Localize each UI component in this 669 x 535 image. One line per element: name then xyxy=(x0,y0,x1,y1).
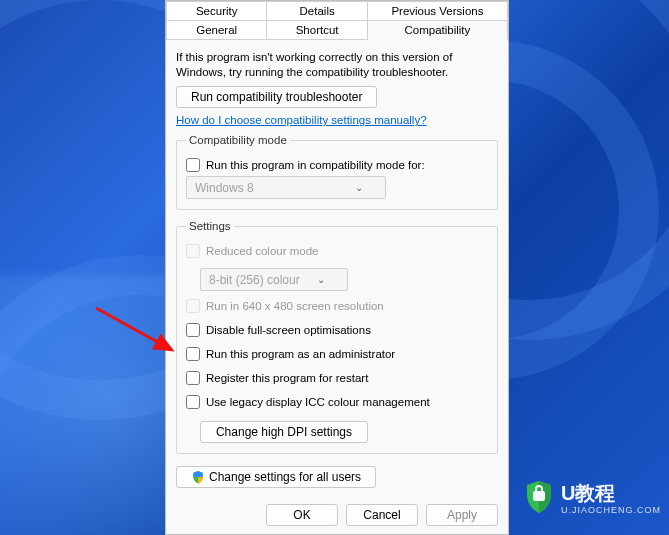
watermark-sub: U.JIAOCHENG.COM xyxy=(561,505,661,515)
group-legend: Settings xyxy=(186,220,234,232)
group-legend: Compatibility mode xyxy=(186,134,290,146)
properties-dialog: Security Details Previous Versions Gener… xyxy=(165,0,509,535)
tab-previous-versions[interactable]: Previous Versions xyxy=(368,1,508,21)
cancel-button[interactable]: Cancel xyxy=(346,504,418,526)
desktop-background: Security Details Previous Versions Gener… xyxy=(0,0,669,535)
apply-button[interactable]: Apply xyxy=(426,504,498,526)
chevron-down-icon: ⌄ xyxy=(355,182,363,193)
legacy-icc-checkbox[interactable]: Use legacy display ICC colour management xyxy=(186,395,488,409)
dialog-footer: OK Cancel Apply xyxy=(266,504,498,526)
tab-shortcut[interactable]: Shortcut xyxy=(267,21,367,40)
register-restart-input[interactable] xyxy=(186,371,200,385)
tab-details[interactable]: Details xyxy=(267,1,367,21)
run-640-checkbox[interactable]: Run in 640 x 480 screen resolution xyxy=(186,299,488,313)
disable-fullscreen-input[interactable] xyxy=(186,323,200,337)
watermark: U教程 U.JIAOCHENG.COM xyxy=(523,479,661,515)
disable-fullscreen-checkbox[interactable]: Disable full-screen optimisations xyxy=(186,323,488,337)
register-restart-checkbox[interactable]: Register this program for restart xyxy=(186,371,488,385)
run-as-admin-input[interactable] xyxy=(186,347,200,361)
reduced-colour-input xyxy=(186,244,200,258)
run-troubleshooter-button[interactable]: Run compatibility troubleshooter xyxy=(176,86,377,108)
manual-settings-link[interactable]: How do I choose compatibility settings m… xyxy=(176,114,427,126)
tab-strip: Security Details Previous Versions Gener… xyxy=(166,1,508,40)
svg-rect-1 xyxy=(533,491,545,501)
colour-depth-select: 8-bit (256) colour ⌄ xyxy=(200,268,348,291)
chevron-down-icon: ⌄ xyxy=(317,274,325,285)
run-as-admin-checkbox[interactable]: Run this program as an administrator xyxy=(186,347,488,361)
change-dpi-button[interactable]: Change high DPI settings xyxy=(200,421,368,443)
settings-group: Settings Reduced colour mode 8-bit (256)… xyxy=(176,220,498,454)
tab-general[interactable]: General xyxy=(166,21,267,40)
watermark-shield-icon xyxy=(523,479,555,515)
compatibility-mode-group: Compatibility mode Run this program in c… xyxy=(176,134,498,210)
compat-mode-select[interactable]: Windows 8 ⌄ xyxy=(186,176,386,199)
reduced-colour-checkbox[interactable]: Reduced colour mode xyxy=(186,244,488,258)
legacy-icc-input[interactable] xyxy=(186,395,200,409)
shield-icon xyxy=(191,470,205,484)
run-640-input xyxy=(186,299,200,313)
change-all-users-button[interactable]: Change settings for all users xyxy=(176,466,376,488)
tab-panel: If this program isn't working correctly … xyxy=(166,40,508,502)
watermark-title: U教程 xyxy=(561,482,615,504)
tab-compatibility[interactable]: Compatibility xyxy=(368,21,508,40)
compat-mode-input[interactable] xyxy=(186,158,200,172)
intro-text: If this program isn't working correctly … xyxy=(176,50,498,80)
ok-button[interactable]: OK xyxy=(266,504,338,526)
compat-mode-checkbox[interactable]: Run this program in compatibility mode f… xyxy=(186,158,488,172)
tab-security[interactable]: Security xyxy=(166,1,267,21)
